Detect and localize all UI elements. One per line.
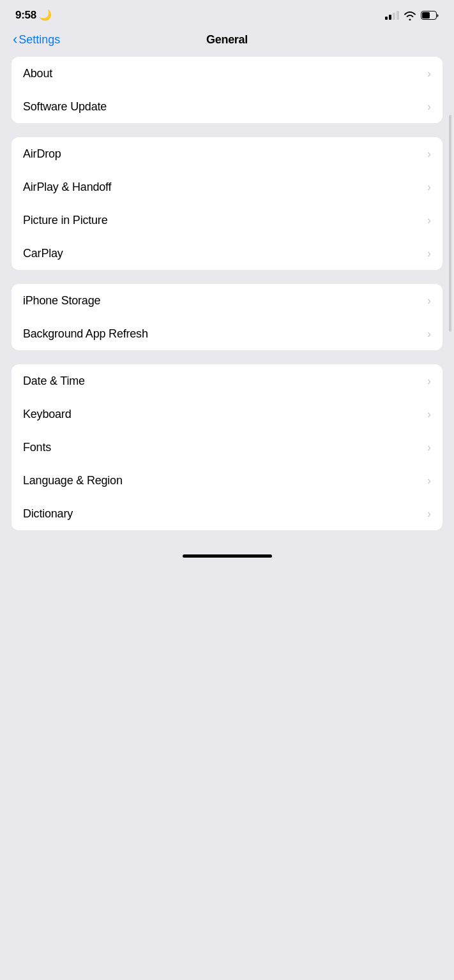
about-label: About — [23, 67, 52, 80]
settings-row-background-app-refresh[interactable]: Background App Refresh › — [11, 317, 443, 350]
settings-row-iphone-storage[interactable]: iPhone Storage › — [11, 284, 443, 317]
status-icons — [385, 11, 439, 20]
keyboard-chevron: › — [427, 408, 431, 420]
settings-row-picture-in-picture[interactable]: Picture in Picture › — [11, 204, 443, 237]
keyboard-label: Keyboard — [23, 408, 71, 421]
home-bar — [183, 554, 272, 558]
airplay-handoff-chevron: › — [427, 181, 431, 193]
settings-group-3: iPhone Storage › Background App Refresh … — [11, 284, 443, 350]
status-time-area: 9:58 🌙 — [15, 9, 52, 22]
carplay-label: CarPlay — [23, 247, 63, 260]
moon-icon: 🌙 — [39, 10, 52, 20]
settings-row-airdrop[interactable]: AirDrop › — [11, 137, 443, 170]
language-region-chevron: › — [427, 475, 431, 486]
status-time: 9:58 — [15, 9, 36, 21]
software-update-chevron: › — [427, 101, 431, 112]
settings-row-fonts[interactable]: Fonts › — [11, 431, 443, 464]
home-indicator — [0, 544, 454, 563]
airdrop-label: AirDrop — [23, 147, 61, 161]
software-update-label: Software Update — [23, 100, 107, 114]
iphone-storage-label: iPhone Storage — [23, 294, 100, 308]
picture-in-picture-chevron: › — [427, 214, 431, 226]
carplay-chevron: › — [427, 248, 431, 259]
settings-group-1: About › Software Update › — [11, 57, 443, 123]
settings-row-language-region[interactable]: Language & Region › — [11, 464, 443, 497]
airplay-handoff-label: AirPlay & Handoff — [23, 181, 111, 194]
settings-group-4: Date & Time › Keyboard › Fonts › Languag… — [11, 364, 443, 530]
settings-group-2: AirDrop › AirPlay & Handoff › Picture in… — [11, 137, 443, 270]
back-button[interactable]: ‹ Settings — [13, 33, 60, 47]
date-time-label: Date & Time — [23, 375, 85, 388]
page-title: General — [206, 33, 248, 47]
dictionary-chevron: › — [427, 508, 431, 519]
settings-content: About › Software Update › AirDrop › AirP… — [0, 57, 454, 530]
picture-in-picture-label: Picture in Picture — [23, 214, 107, 227]
svg-rect-1 — [422, 12, 430, 19]
status-bar: 9:58 🌙 — [0, 0, 454, 27]
iphone-storage-chevron: › — [427, 295, 431, 306]
scrollbar[interactable] — [449, 115, 451, 332]
nav-bar: ‹ Settings General — [0, 27, 454, 57]
settings-row-dictionary[interactable]: Dictionary › — [11, 497, 443, 530]
wifi-icon — [404, 11, 416, 20]
about-chevron: › — [427, 68, 431, 79]
date-time-chevron: › — [427, 375, 431, 387]
fonts-chevron: › — [427, 442, 431, 453]
settings-row-airplay-handoff[interactable]: AirPlay & Handoff › — [11, 170, 443, 204]
settings-row-carplay[interactable]: CarPlay › — [11, 237, 443, 270]
signal-icon — [385, 11, 399, 20]
settings-row-software-update[interactable]: Software Update › — [11, 90, 443, 123]
back-arrow-icon: ‹ — [13, 33, 17, 47]
settings-row-about[interactable]: About › — [11, 57, 443, 90]
dictionary-label: Dictionary — [23, 507, 73, 521]
language-region-label: Language & Region — [23, 474, 123, 487]
settings-row-keyboard[interactable]: Keyboard › — [11, 397, 443, 431]
airdrop-chevron: › — [427, 148, 431, 160]
fonts-label: Fonts — [23, 441, 51, 454]
settings-row-date-time[interactable]: Date & Time › — [11, 364, 443, 397]
battery-icon — [421, 11, 439, 20]
background-app-refresh-chevron: › — [427, 328, 431, 339]
back-label: Settings — [19, 33, 60, 47]
background-app-refresh-label: Background App Refresh — [23, 327, 148, 341]
